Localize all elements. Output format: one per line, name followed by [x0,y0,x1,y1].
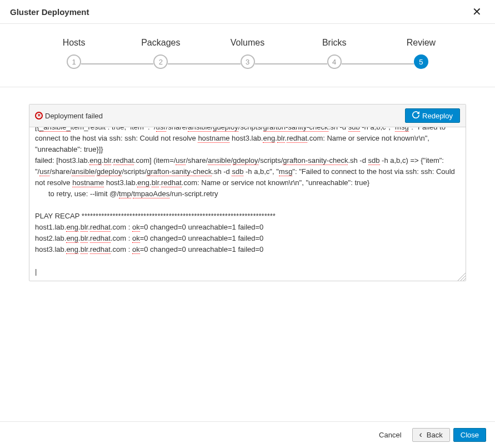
wizard-step-hosts[interactable]: Hosts 1 [31,38,117,69]
wizard-steps: Hosts 1 Packages 2 Volumes 3 Bricks 4 Re… [0,24,495,69]
back-button[interactable]: Back [412,428,450,442]
redeploy-button[interactable]: Redeploy [405,108,460,123]
deployment-status: Deployment failed [35,112,103,120]
step-label: Review [378,38,464,48]
close-button[interactable]: Close [453,428,486,442]
panel-heading: Deployment failed Redeploy [29,104,466,127]
deployment-panel: Deployment failed Redeploy [{_ansible_it… [29,104,466,281]
refresh-icon [412,111,419,120]
wizard-steps-container: Hosts 1 Packages 2 Volumes 3 Bricks 4 Re… [0,24,495,87]
modal-footer: Cancel Back Close [0,421,495,448]
chevron-left-icon [419,431,424,439]
redeploy-label: Redeploy [422,112,453,120]
step-label: Packages [117,38,204,48]
step-label: Hosts [31,38,117,48]
log-output[interactable]: [{_ansible_item_result : true, item : /u… [29,127,466,281]
modal-title: Gluster Deployment [10,7,89,17]
step-number: 3 [241,54,255,69]
step-number: 5 [414,54,428,69]
error-icon [35,112,43,120]
log-output-wrapper: [{_ansible_item_result : true, item : /u… [29,127,466,281]
close-icon[interactable]: ✕ [469,6,485,18]
step-label: Bricks [291,38,378,48]
cancel-button[interactable]: Cancel [372,428,408,442]
step-number: 2 [153,54,168,69]
step-label: Volumes [204,38,291,48]
step-number: 1 [67,54,81,69]
step-number: 4 [327,54,342,69]
modal-header: Gluster Deployment ✕ [0,0,495,24]
content-area: Deployment failed Redeploy [{_ansible_it… [0,87,495,421]
status-text: Deployment failed [45,112,103,120]
